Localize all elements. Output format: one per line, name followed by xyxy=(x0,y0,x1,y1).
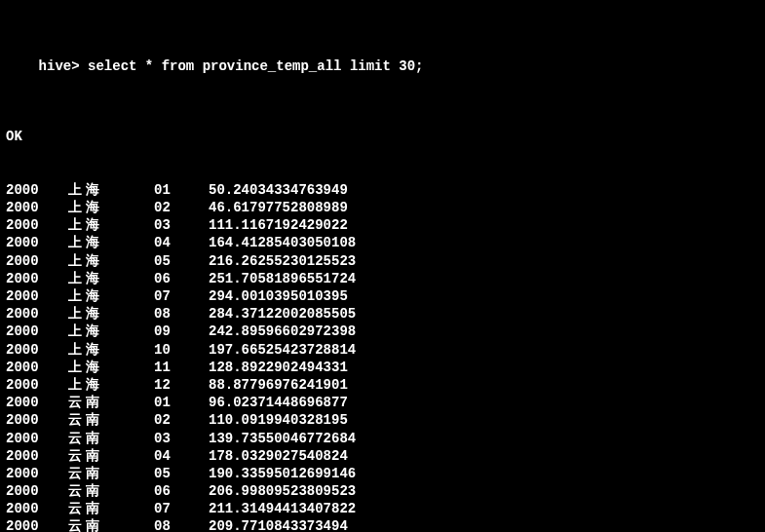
prompt-line[interactable]: hive> select * from province_temp_all li… xyxy=(6,39,759,93)
cell-value: 206.99809523809523 xyxy=(209,482,356,500)
cell-month: 01 xyxy=(154,181,209,199)
cell-month: 01 xyxy=(154,394,209,411)
cell-year: 2000 xyxy=(6,376,68,394)
cell-value: 88.87796976241901 xyxy=(209,376,348,394)
cell-province: 上海 xyxy=(68,270,154,287)
cell-value: 50.24034334763949 xyxy=(209,181,348,199)
cell-year: 2000 xyxy=(6,216,68,234)
cell-year: 2000 xyxy=(6,482,68,500)
cell-value: 111.1167192429022 xyxy=(209,216,348,234)
table-row: 2000云南05190.33595012699146 xyxy=(6,465,759,482)
cell-value: 211.31494413407822 xyxy=(209,500,356,517)
cell-province: 云南 xyxy=(68,465,154,482)
table-row: 2000上海06251.70581896551724 xyxy=(6,270,759,287)
cell-year: 2000 xyxy=(6,234,68,251)
cell-year: 2000 xyxy=(6,270,68,287)
cell-province: 上海 xyxy=(68,181,154,199)
cell-month: 07 xyxy=(154,500,209,517)
cell-month: 05 xyxy=(154,465,209,482)
cell-month: 08 xyxy=(154,305,209,323)
cell-province: 上海 xyxy=(68,287,154,305)
table-row: 2000云南06206.99809523809523 xyxy=(6,482,759,500)
table-row: 2000云南07211.31494413407822 xyxy=(6,500,759,517)
cell-province: 云南 xyxy=(68,411,154,429)
table-row: 2000上海03111.1167192429022 xyxy=(6,216,759,234)
prompt: hive> xyxy=(39,58,88,74)
cell-province: 云南 xyxy=(68,394,154,411)
cell-month: 08 xyxy=(154,517,209,532)
table-row: 2000上海11128.8922902494331 xyxy=(6,359,759,376)
cell-province: 上海 xyxy=(68,323,154,340)
cell-value: 46.61797752808989 xyxy=(209,199,348,216)
cell-year: 2000 xyxy=(6,411,68,429)
cell-province: 云南 xyxy=(68,430,154,447)
cell-year: 2000 xyxy=(6,465,68,482)
cell-value: 216.26255230125523 xyxy=(209,252,356,270)
cell-year: 2000 xyxy=(6,181,68,199)
table-row: 2000云南03139.73550046772684 xyxy=(6,430,759,447)
table-row: 2000上海0150.24034334763949 xyxy=(6,181,759,199)
status-line: OK xyxy=(6,128,759,145)
cell-year: 2000 xyxy=(6,447,68,465)
query-text: select * from province_temp_all limit 30… xyxy=(88,58,423,74)
cell-province: 云南 xyxy=(68,517,154,532)
cell-month: 09 xyxy=(154,323,209,340)
table-row: 2000上海05216.26255230125523 xyxy=(6,252,759,270)
cell-province: 云南 xyxy=(68,500,154,517)
cell-value: 178.0329027540824 xyxy=(209,447,348,465)
cell-month: 04 xyxy=(154,447,209,465)
cell-province: 上海 xyxy=(68,341,154,359)
cell-month: 05 xyxy=(154,252,209,270)
cell-value: 128.8922902494331 xyxy=(209,359,348,376)
cell-value: 294.0010395010395 xyxy=(209,287,348,305)
cell-month: 06 xyxy=(154,270,209,287)
cell-value: 209.7710843373494 xyxy=(209,517,348,532)
cell-province: 云南 xyxy=(68,482,154,500)
cell-province: 上海 xyxy=(68,359,154,376)
table-row: 2000上海09242.89596602972398 xyxy=(6,323,759,340)
cell-month: 03 xyxy=(154,216,209,234)
cell-month: 11 xyxy=(154,359,209,376)
cell-month: 04 xyxy=(154,234,209,251)
table-row: 2000上海0246.61797752808989 xyxy=(6,199,759,216)
cell-year: 2000 xyxy=(6,394,68,411)
table-row: 2000上海08284.37122002085505 xyxy=(6,305,759,323)
cell-year: 2000 xyxy=(6,287,68,305)
cell-value: 190.33595012699146 xyxy=(209,465,356,482)
cell-province: 上海 xyxy=(68,252,154,270)
cell-month: 02 xyxy=(154,199,209,216)
table-row: 2000上海04164.41285403050108 xyxy=(6,234,759,251)
cell-year: 2000 xyxy=(6,323,68,340)
cell-province: 上海 xyxy=(68,199,154,216)
cell-month: 12 xyxy=(154,376,209,394)
cell-year: 2000 xyxy=(6,199,68,216)
table-row: 2000云南04178.0329027540824 xyxy=(6,447,759,465)
cell-year: 2000 xyxy=(6,305,68,323)
cell-value: 251.70581896551724 xyxy=(209,270,356,287)
cell-month: 03 xyxy=(154,430,209,447)
cell-province: 上海 xyxy=(68,234,154,251)
cell-year: 2000 xyxy=(6,517,68,532)
table-row: 2000上海1288.87796976241901 xyxy=(6,376,759,394)
cell-month: 02 xyxy=(154,411,209,429)
cell-province: 云南 xyxy=(68,447,154,465)
cell-year: 2000 xyxy=(6,252,68,270)
cell-year: 2000 xyxy=(6,500,68,517)
cell-province: 上海 xyxy=(68,216,154,234)
cell-value: 139.73550046772684 xyxy=(209,430,356,447)
table-row: 2000云南02110.0919940328195 xyxy=(6,411,759,429)
cell-value: 164.41285403050108 xyxy=(209,234,356,251)
cell-month: 10 xyxy=(154,341,209,359)
cell-year: 2000 xyxy=(6,430,68,447)
cell-year: 2000 xyxy=(6,359,68,376)
table-row: 2000云南08209.7710843373494 xyxy=(6,517,759,532)
terminal-output: hive> select * from province_temp_all li… xyxy=(0,0,765,532)
table-row: 2000云南0196.02371448696877 xyxy=(6,394,759,411)
cell-year: 2000 xyxy=(6,341,68,359)
cell-month: 06 xyxy=(154,482,209,500)
cell-province: 上海 xyxy=(68,376,154,394)
cell-value: 197.66525423728814 xyxy=(209,341,356,359)
result-rows: 2000上海0150.240343347639492000上海0246.6179… xyxy=(6,181,759,532)
cell-value: 96.02371448696877 xyxy=(209,394,348,411)
cell-value: 284.37122002085505 xyxy=(209,305,356,323)
